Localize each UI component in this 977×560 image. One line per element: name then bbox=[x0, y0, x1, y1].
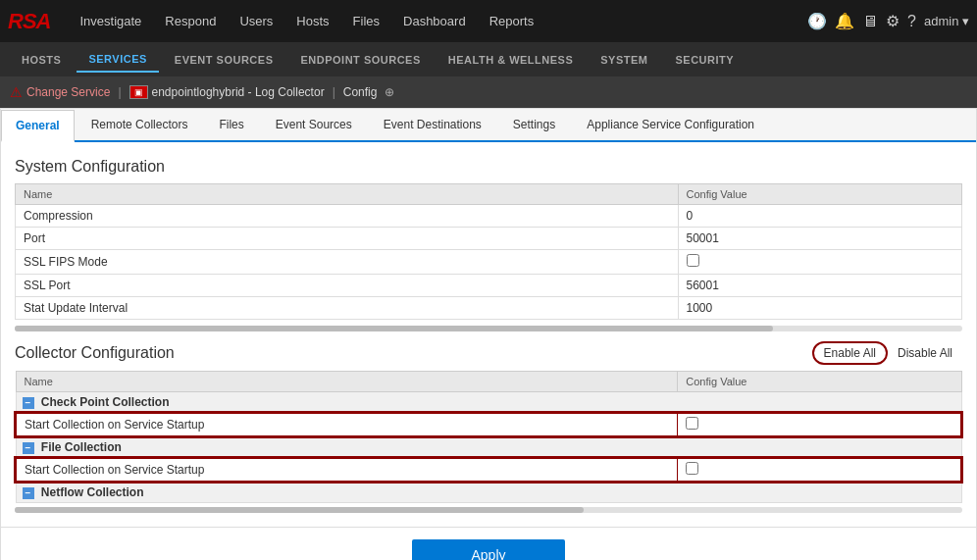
tab-remote-collectors[interactable]: Remote Collectors bbox=[77, 109, 203, 140]
ssl-fips-checkbox[interactable] bbox=[687, 254, 699, 267]
apply-button[interactable]: Apply bbox=[412, 539, 564, 560]
tab-settings[interactable]: Settings bbox=[498, 109, 570, 140]
file-collection-group-row: − File Collection bbox=[16, 436, 961, 458]
host-label[interactable]: endpointloghybrid - Log Collector bbox=[152, 85, 325, 99]
checkpoint-startup-checkbox[interactable] bbox=[686, 417, 698, 430]
collector-scrollbar-thumb[interactable] bbox=[15, 507, 584, 513]
subnav-security[interactable]: SECURITY bbox=[663, 48, 746, 72]
collector-name-header: Name bbox=[16, 372, 678, 392]
subnav-health-wellness[interactable]: HEALTH & WELLNESS bbox=[437, 48, 585, 72]
content-wrapper: General Remote Collectors Files Event So… bbox=[0, 108, 977, 560]
main-content: System Configuration Name Config Value C… bbox=[1, 142, 976, 527]
tab-general[interactable]: General bbox=[1, 110, 75, 142]
compression-value: 0 bbox=[678, 205, 962, 228]
table-row: SSL Port 56001 bbox=[16, 275, 962, 297]
system-table-scrollbar[interactable] bbox=[15, 326, 962, 331]
admin-menu[interactable]: admin ▾ bbox=[924, 14, 969, 28]
tab-bar: General Remote Collectors Files Event So… bbox=[1, 109, 976, 142]
tab-files[interactable]: Files bbox=[204, 109, 258, 140]
system-table-value-header: Config Value bbox=[678, 184, 962, 205]
tab-appliance-service-config[interactable]: Appliance Service Configuration bbox=[572, 109, 769, 140]
subnav-hosts[interactable]: HOSTS bbox=[10, 48, 73, 72]
collector-table-scrollbar[interactable] bbox=[15, 507, 962, 513]
apply-area: Apply bbox=[1, 527, 976, 560]
file-collection-group-label: File Collection bbox=[41, 440, 122, 454]
enable-all-button[interactable]: Enable All bbox=[812, 341, 888, 365]
table-row: SSL FIPS Mode bbox=[16, 250, 962, 275]
sub-navigation: HOSTS SERVICES EVENT SOURCES ENDPOINT SO… bbox=[0, 42, 977, 76]
collector-config-title: Collector Configuration bbox=[15, 344, 175, 362]
subnav-endpoint-sources[interactable]: ENDPOINT SOURCES bbox=[288, 48, 432, 72]
compression-label: Compression bbox=[16, 205, 679, 228]
breadcrumb-sep-1: | bbox=[118, 85, 121, 99]
bell-icon[interactable]: 🔔 bbox=[835, 12, 854, 30]
rsa-logo: RSA bbox=[8, 9, 50, 34]
checkpoint-startup-row: Start Collection on Service Startup bbox=[16, 413, 961, 436]
collector-config-header: Collector Configuration Enable All Disab… bbox=[15, 341, 962, 365]
clock-icon[interactable]: 🕐 bbox=[807, 12, 827, 30]
port-label: Port bbox=[16, 228, 679, 250]
subnav-system[interactable]: SYSTEM bbox=[589, 48, 659, 72]
enable-disable-group: Enable All Disable All bbox=[812, 341, 962, 365]
file-startup-label: Start Collection on Service Startup bbox=[16, 458, 678, 482]
port-value: 50001 bbox=[678, 228, 962, 250]
system-table-name-header: Name bbox=[16, 184, 679, 205]
checkpoint-group-label: Check Point Collection bbox=[41, 395, 170, 409]
change-service-breadcrumb[interactable]: ⚠ Change Service bbox=[10, 84, 110, 100]
netflow-group-row: − Netflow Collection bbox=[16, 482, 961, 503]
disable-all-button[interactable]: Disable All bbox=[888, 343, 962, 363]
nav-links: Investigate Respond Users Hosts Files Da… bbox=[70, 8, 807, 34]
tab-event-destinations[interactable]: Event Destinations bbox=[369, 109, 496, 140]
nav-dashboard[interactable]: Dashboard bbox=[393, 8, 476, 34]
gear-icon[interactable]: ⚙ bbox=[886, 12, 900, 30]
checkpoint-startup-label: Start Collection on Service Startup bbox=[16, 413, 678, 436]
table-row: Stat Update Interval 1000 bbox=[16, 297, 962, 320]
host-flag-icon: ▣ bbox=[129, 85, 148, 99]
tab-event-sources[interactable]: Event Sources bbox=[261, 109, 367, 140]
change-service-label[interactable]: Change Service bbox=[26, 85, 110, 99]
netflow-group-label: Netflow Collection bbox=[41, 485, 144, 499]
ssl-port-value: 56001 bbox=[678, 275, 962, 297]
monitor-icon[interactable]: 🖥 bbox=[862, 13, 878, 30]
change-service-icon: ⚠ bbox=[10, 84, 23, 100]
file-startup-value[interactable] bbox=[678, 458, 961, 482]
top-navigation: RSA Investigate Respond Users Hosts File… bbox=[0, 0, 977, 42]
ssl-fips-value[interactable] bbox=[678, 250, 962, 275]
nav-respond[interactable]: Respond bbox=[155, 8, 226, 34]
breadcrumb-bar: ⚠ Change Service | ▣ endpointloghybrid -… bbox=[0, 76, 977, 108]
config-gear-icon: ⊕ bbox=[385, 85, 394, 99]
file-collection-collapse-icon[interactable]: − bbox=[23, 442, 34, 454]
help-icon[interactable]: ? bbox=[907, 13, 916, 30]
checkpoint-group-row: − Check Point Collection bbox=[16, 392, 961, 414]
ssl-fips-label: SSL FIPS Mode bbox=[16, 250, 679, 275]
nav-files[interactable]: Files bbox=[343, 8, 389, 34]
table-row: Port 50001 bbox=[16, 228, 962, 250]
nav-investigate[interactable]: Investigate bbox=[70, 8, 151, 34]
file-startup-row: Start Collection on Service Startup bbox=[16, 458, 961, 482]
collector-value-header: Config Value bbox=[678, 372, 961, 392]
ssl-port-label: SSL Port bbox=[16, 275, 679, 297]
netflow-collapse-icon[interactable]: − bbox=[23, 487, 34, 499]
system-config-table: Name Config Value Compression 0 Port 500… bbox=[15, 183, 962, 320]
checkpoint-startup-value[interactable] bbox=[678, 413, 961, 436]
nav-icon-group: 🕐 🔔 🖥 ⚙ ? admin ▾ bbox=[807, 12, 969, 30]
scrollbar-thumb[interactable] bbox=[15, 326, 773, 331]
subnav-event-sources[interactable]: EVENT SOURCES bbox=[163, 48, 285, 72]
checkpoint-collapse-icon[interactable]: − bbox=[23, 397, 34, 409]
breadcrumb-sep-2: | bbox=[333, 85, 335, 99]
collector-config-table: Name Config Value − Check Point Collecti… bbox=[15, 371, 962, 503]
nav-hosts[interactable]: Hosts bbox=[286, 8, 338, 34]
stat-update-label: Stat Update Interval bbox=[16, 297, 679, 320]
stat-update-value: 1000 bbox=[678, 297, 962, 320]
nav-users[interactable]: Users bbox=[230, 8, 283, 34]
file-startup-checkbox[interactable] bbox=[686, 462, 698, 475]
nav-reports[interactable]: Reports bbox=[480, 8, 544, 34]
system-config-title: System Configuration bbox=[15, 158, 962, 176]
subnav-services[interactable]: SERVICES bbox=[77, 47, 158, 73]
table-row: Compression 0 bbox=[16, 205, 962, 228]
config-label[interactable]: Config bbox=[343, 85, 378, 99]
breadcrumb-host: ▣ endpointloghybrid - Log Collector bbox=[129, 85, 325, 99]
